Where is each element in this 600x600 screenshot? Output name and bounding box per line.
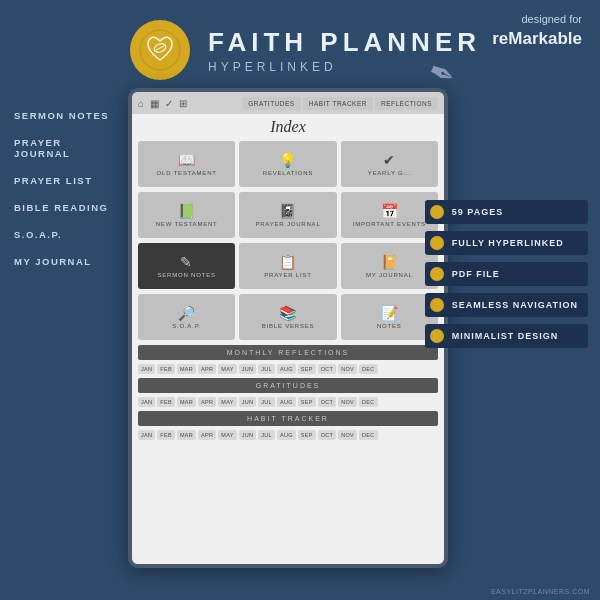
section-notes[interactable]: 📝 NOTES	[341, 294, 438, 340]
sections-grid-1: 📖 OLD TESTAMENT 💡 REVELATIONS ✔ YEARLY G…	[138, 141, 438, 187]
index-title: Index	[138, 118, 438, 136]
badge-circle-4	[430, 298, 444, 312]
my-journal-icon: 📔	[381, 255, 399, 269]
month-jul[interactable]: JUL	[258, 364, 275, 374]
badge-pages: 59 PAGES	[425, 200, 588, 224]
monthly-reflections-months: JAN FEB MAR APR MAY JUN JUL AUG SEP OCT …	[138, 364, 438, 374]
device-content: Index 📖 OLD TESTAMENT 💡 REVELATIONS ✔ YE…	[132, 114, 444, 564]
yearly-goals-icon: ✔	[383, 153, 396, 167]
home-icon[interactable]: ⌂	[138, 98, 144, 109]
month-jan[interactable]: JAN	[138, 364, 155, 374]
badge-circle-1	[430, 205, 444, 219]
habit-jun[interactable]: JUN	[239, 430, 257, 440]
habit-jan[interactable]: JAN	[138, 430, 155, 440]
feature-badges: 59 PAGES FULLY HYPERLINKED PDF FILE SEAM…	[425, 200, 588, 348]
sections-grid-3: ✎ SERMON NOTES 📋 PRAYER LIST 📔 MY JOURNA…	[138, 243, 438, 289]
section-my-journal[interactable]: 📔 MY JOURNAL	[341, 243, 438, 289]
section-revelations[interactable]: 💡 REVELATIONS	[239, 141, 336, 187]
section-important-events[interactable]: 📅 IMPORTANT EVENTS	[341, 192, 438, 238]
gratitudes-months: JAN FEB MAR APR MAY JUN JUL AUG SEP OCT …	[138, 397, 438, 407]
habit-tracker-months: JAN FEB MAR APR MAY JUN JUL AUG SEP OCT …	[138, 430, 438, 440]
grat-aug[interactable]: AUG	[277, 397, 296, 407]
check-icon[interactable]: ✓	[165, 98, 173, 109]
grat-jul[interactable]: JUL	[258, 397, 275, 407]
habit-aug[interactable]: AUG	[277, 430, 296, 440]
grat-dec[interactable]: DEC	[359, 397, 378, 407]
grat-oct[interactable]: OCT	[318, 397, 337, 407]
badge-pdf-text: PDF FILE	[452, 269, 500, 279]
section-prayer-journal[interactable]: 📓 PRAYER JOURNAL	[239, 192, 336, 238]
left-sidebar: SERMON NOTESPRAYER JOURNALPRAYER LISTBIB…	[0, 110, 120, 267]
prayer-list-icon: 📋	[279, 255, 297, 269]
badge-pages-text: 59 PAGES	[452, 207, 503, 217]
month-mar[interactable]: MAR	[177, 364, 196, 374]
badge-design-text: MINIMALIST DESIGN	[452, 331, 559, 341]
grat-feb[interactable]: FEB	[157, 397, 175, 407]
svg-point-0	[140, 30, 180, 70]
habit-feb[interactable]: FEB	[157, 430, 175, 440]
habit-oct[interactable]: OCT	[318, 430, 337, 440]
section-soap[interactable]: 🔎 S.O.A.P.	[138, 294, 235, 340]
sections-grid-2: 📗 NEW TESTAMENT 📓 PRAYER JOURNAL 📅 IMPOR…	[138, 192, 438, 238]
sidebar-item-sermon-notes[interactable]: SERMON NOTES	[14, 110, 120, 121]
device-frame: ⌂ ▦ ✓ ⊞ GRATITUDES HABIT TRACKER REFLECT…	[128, 88, 448, 568]
badge-pdf: PDF FILE	[425, 262, 588, 286]
badge-hyperlinked-text: FULLY HYPERLINKED	[452, 238, 564, 248]
section-sermon-notes[interactable]: ✎ SERMON NOTES	[138, 243, 235, 289]
habit-apr[interactable]: APR	[198, 430, 216, 440]
sidebar-item-bible-reading[interactable]: BIBLE READING	[14, 202, 120, 213]
grat-jan[interactable]: JAN	[138, 397, 155, 407]
calendar-icon[interactable]: ▦	[150, 98, 159, 109]
section-new-testament[interactable]: 📗 NEW TESTAMENT	[138, 192, 235, 238]
habit-dec[interactable]: DEC	[359, 430, 378, 440]
designed-for-text: designed for	[492, 12, 582, 27]
habit-sep[interactable]: SEP	[298, 430, 316, 440]
month-oct[interactable]: OCT	[318, 364, 337, 374]
badge-circle-3	[430, 267, 444, 281]
grat-apr[interactable]: APR	[198, 397, 216, 407]
sidebar-item-prayer-journal[interactable]: PRAYER JOURNAL	[14, 137, 120, 159]
gratitudes-bar: GRATITUDES	[138, 378, 438, 393]
tab-reflections[interactable]: REFLECTIONS	[375, 97, 438, 110]
prayer-journal-icon: 📓	[279, 204, 297, 218]
device-inner: ⌂ ▦ ✓ ⊞ GRATITUDES HABIT TRACKER REFLECT…	[132, 92, 444, 564]
tab-habit-tracker[interactable]: HABIT TRACKER	[303, 97, 373, 110]
sidebar-item-soap[interactable]: S.O.A.P.	[14, 229, 120, 240]
logo-icon	[138, 28, 182, 72]
grat-jun[interactable]: JUN	[239, 397, 257, 407]
habit-nov[interactable]: NOV	[338, 430, 357, 440]
section-bible-verses[interactable]: 📚 BIBLE VERSES	[239, 294, 336, 340]
habit-mar[interactable]: MAR	[177, 430, 196, 440]
sidebar-item-prayer-list[interactable]: PRAYER LIST	[14, 175, 120, 186]
grid-icon[interactable]: ⊞	[179, 98, 187, 109]
badge-design: MINIMALIST DESIGN	[425, 324, 588, 348]
new-testament-icon: 📗	[178, 204, 196, 218]
month-aug[interactable]: AUG	[277, 364, 296, 374]
monthly-reflections-bar: MONTHLY REFLECTIONS	[138, 345, 438, 360]
soap-icon: 🔎	[178, 306, 196, 320]
month-feb[interactable]: FEB	[157, 364, 175, 374]
month-apr[interactable]: APR	[198, 364, 216, 374]
month-jun[interactable]: JUN	[239, 364, 257, 374]
sections-grid-4: 🔎 S.O.A.P. 📚 BIBLE VERSES 📝 NOTES	[138, 294, 438, 340]
month-nov[interactable]: NOV	[338, 364, 357, 374]
badge-circle-5	[430, 329, 444, 343]
month-sep[interactable]: SEP	[298, 364, 316, 374]
grat-nov[interactable]: NOV	[338, 397, 357, 407]
badge-circle-2	[430, 236, 444, 250]
section-prayer-list[interactable]: 📋 PRAYER LIST	[239, 243, 336, 289]
bible-verses-icon: 📚	[279, 306, 297, 320]
sidebar-item-my-journal[interactable]: MY JOURNAL	[14, 256, 120, 267]
grat-may[interactable]: MAY	[218, 397, 236, 407]
section-old-testament[interactable]: 📖 OLD TESTAMENT	[138, 141, 235, 187]
badge-navigation: SEAMLESS NAVIGATION	[425, 293, 588, 317]
month-may[interactable]: MAY	[218, 364, 236, 374]
habit-jul[interactable]: JUL	[258, 430, 275, 440]
section-yearly-goals[interactable]: ✔ YEARLY G...	[341, 141, 438, 187]
logo-circle	[130, 20, 190, 80]
tab-gratitudes[interactable]: GRATITUDES	[242, 97, 300, 110]
month-dec[interactable]: DEC	[359, 364, 378, 374]
grat-sep[interactable]: SEP	[298, 397, 316, 407]
grat-mar[interactable]: MAR	[177, 397, 196, 407]
habit-may[interactable]: MAY	[218, 430, 236, 440]
